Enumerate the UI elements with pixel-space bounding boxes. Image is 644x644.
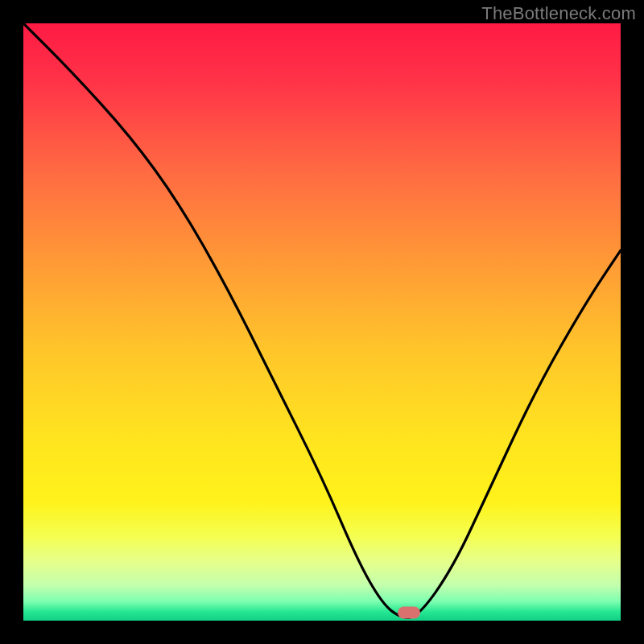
- plot-area: [23, 23, 621, 621]
- watermark-text: TheBottleneck.com: [481, 3, 636, 24]
- chart-frame: TheBottleneck.com: [0, 0, 644, 644]
- minimum-marker: [398, 607, 420, 619]
- bottleneck-curve: [23, 23, 621, 621]
